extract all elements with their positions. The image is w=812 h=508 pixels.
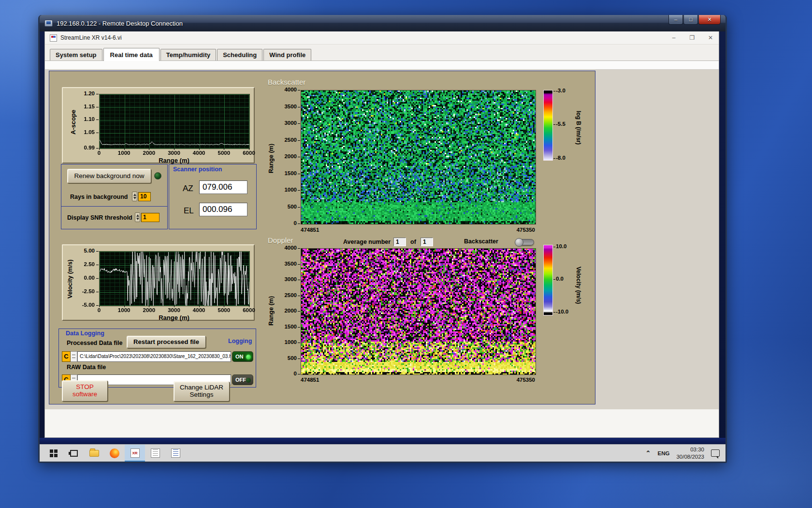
axis-tick: 3000 xyxy=(275,276,297,282)
change-line1: Change LiDAR xyxy=(174,384,229,391)
rays-value-field[interactable]: 10 xyxy=(138,192,151,201)
notepad-icon xyxy=(171,448,180,458)
axis-tick: -2.50 xyxy=(72,288,95,294)
app-titlebar[interactable]: StreamLine XR v14-6.vi – ❐ ✕ xyxy=(45,31,719,45)
backscatter-x-end: 475350 xyxy=(501,227,535,233)
backscatter-display-toggle[interactable] xyxy=(516,239,534,245)
az-value-field[interactable]: 079.006 xyxy=(199,180,247,194)
axis-tick: 1.20 xyxy=(72,90,95,96)
axis-tick: 3000 xyxy=(163,307,185,313)
processed-path-field[interactable]: C:\Lidar\Data\Proc\2023\202308\20230830\… xyxy=(77,351,231,362)
axis-tick: -8.0 xyxy=(556,155,575,161)
tab-wind-profile[interactable]: Wind profile xyxy=(263,49,311,60)
tab-real-time-data[interactable]: Real time data xyxy=(103,48,160,61)
axis-tick: 1500 xyxy=(275,170,297,176)
processed-drive-button[interactable]: C xyxy=(62,351,71,362)
app-title: StreamLine XR v14-6.vi xyxy=(60,34,122,41)
axis-tick: 3000 xyxy=(275,120,297,126)
processed-logging-toggle[interactable]: ON xyxy=(232,351,253,362)
axis-tick: 1.05 xyxy=(72,129,95,135)
el-value-field[interactable]: 000.096 xyxy=(199,203,247,216)
renew-background-button[interactable]: Renew background now xyxy=(67,169,151,183)
axis-tick: 1000 xyxy=(114,307,135,313)
restart-processed-file-button[interactable]: Restart processed file xyxy=(127,336,206,348)
average-number-field[interactable]: 1 xyxy=(393,238,406,246)
app-close-button[interactable]: ✕ xyxy=(707,34,714,41)
rdp-minimize-button[interactable]: – xyxy=(668,15,683,25)
panel-viewport: A-scope Range (m) 1.201.151.101.050.9901… xyxy=(45,70,719,409)
app-maximize-button[interactable]: ❐ xyxy=(689,34,696,41)
streamline-taskbar-button[interactable]: XR xyxy=(125,445,145,462)
axis-tick: 0 xyxy=(88,150,110,156)
snr-value-field[interactable]: 1 xyxy=(141,213,160,222)
tick-mark xyxy=(96,251,99,252)
rdp-maximize-button[interactable]: □ xyxy=(683,15,698,25)
tab-scheduling[interactable]: Scheduling xyxy=(217,49,262,60)
ascope-xlabel: Range (m) xyxy=(99,157,249,164)
data-logging-title: Data Logging xyxy=(66,330,104,337)
scanner-position-title: Scanner position xyxy=(173,166,222,173)
axis-tick: 1000 xyxy=(114,150,135,156)
change-line2: Settings xyxy=(174,391,229,398)
tab-temp-humidity[interactable]: Temp/humidity xyxy=(160,49,216,60)
stop-software-button[interactable]: STOP software xyxy=(62,380,108,402)
tick-mark xyxy=(298,140,300,141)
start-button[interactable] xyxy=(44,445,64,462)
tick-mark xyxy=(298,374,300,374)
axis-tick: 5000 xyxy=(213,307,234,313)
tick-mark xyxy=(553,91,555,91)
tick-mark xyxy=(124,305,125,307)
rdp-close-button[interactable]: ✕ xyxy=(698,15,721,25)
tick-mark xyxy=(298,264,300,265)
tick-mark xyxy=(96,148,99,149)
rdp-titlebar[interactable]: 192.168.0.122 - Remote Desktop Connectio… xyxy=(40,15,725,31)
front-panel: A-scope Range (m) 1.201.151.101.050.9901… xyxy=(49,71,595,404)
average-number-label: Average number xyxy=(343,239,391,245)
rdp-icon xyxy=(44,20,53,27)
backscatter-colorbar xyxy=(543,90,553,161)
tick-mark xyxy=(298,224,300,224)
clock-time: 03:30 xyxy=(676,446,704,453)
raw-logging-toggle[interactable]: OFF xyxy=(232,374,253,385)
tab-system-setup[interactable]: System setup xyxy=(50,49,102,60)
tray-expand-chevron[interactable]: ⌃ xyxy=(646,449,651,457)
axis-tick: 4000 xyxy=(188,307,210,313)
tick-mark xyxy=(224,305,224,307)
average-total-field[interactable]: 1 xyxy=(420,238,433,246)
task-view-button[interactable] xyxy=(64,445,84,462)
axis-tick: 5.00 xyxy=(72,248,95,254)
tick-mark xyxy=(553,279,555,280)
doppler-colorbar xyxy=(543,245,553,315)
firefox-button[interactable] xyxy=(104,445,125,462)
clock[interactable]: 03:30 30/08/2023 xyxy=(676,446,704,461)
tick-mark xyxy=(199,148,200,150)
doppler-x-start: 474851 xyxy=(301,377,319,383)
language-indicator[interactable]: ENG xyxy=(658,450,670,456)
axis-tick: 3500 xyxy=(275,261,297,267)
processed-browse-icon[interactable] xyxy=(71,351,77,362)
change-lidar-settings-button[interactable]: Change LiDAR Settings xyxy=(174,381,230,402)
notepad-button[interactable] xyxy=(165,445,186,462)
snr-stepper[interactable] xyxy=(135,212,140,222)
axis-tick: 1000 xyxy=(275,339,297,345)
tick-mark xyxy=(298,343,300,343)
windows-logo-icon xyxy=(50,449,58,457)
axis-tick: 2000 xyxy=(138,150,160,156)
tick-mark xyxy=(298,90,300,90)
tick-mark xyxy=(96,305,99,306)
tab-gap xyxy=(45,61,719,70)
app-minimize-button[interactable]: – xyxy=(670,34,677,41)
tick-mark xyxy=(298,107,300,107)
tick-mark xyxy=(249,148,249,150)
snr-box: Display SNR threshold 1 xyxy=(61,207,168,229)
notification-center-icon[interactable] xyxy=(711,449,720,457)
scan-scheduler-button[interactable] xyxy=(145,445,165,462)
processed-file-label: Processed Data file xyxy=(67,340,122,346)
axis-tick: 4000 xyxy=(275,87,297,92)
snr-label: Display SNR threshold xyxy=(67,214,132,221)
file-explorer-button[interactable] xyxy=(84,445,104,462)
rays-stepper[interactable] xyxy=(132,192,137,201)
axis-tick: 4000 xyxy=(275,245,297,251)
axis-tick: 4000 xyxy=(188,150,210,156)
axis-tick: -5.5 xyxy=(556,121,575,127)
